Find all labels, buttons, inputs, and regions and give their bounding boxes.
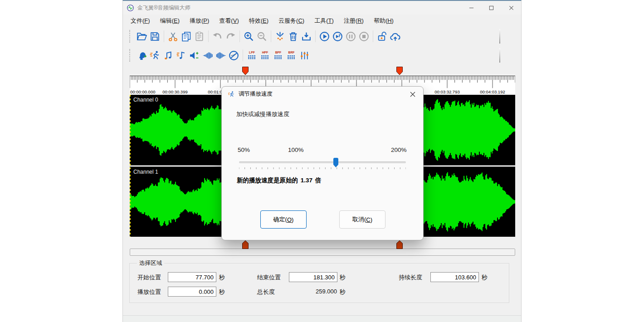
result-value: 1.37 <box>301 177 312 184</box>
toolbar-effects: LPFHPFBPFBRF <box>123 46 521 64</box>
horizontal-scrollbar[interactable] <box>130 249 515 256</box>
brf-button[interactable]: BRF <box>285 49 298 62</box>
menu-item-6[interactable]: 工具(T) <box>309 15 339 27</box>
ok-button[interactable]: 确定(O) <box>260 210 307 229</box>
play-button[interactable] <box>318 29 331 43</box>
ruler-time-label: 00:00:30.399 <box>162 89 187 94</box>
play-position-input[interactable] <box>168 287 216 297</box>
denoise-icon <box>228 50 239 61</box>
cut-button[interactable] <box>166 29 180 43</box>
channel-1-label: Channel 1 <box>133 169 158 175</box>
slider-min-label: 50% <box>238 146 250 153</box>
window-title: 金飞翼®音频编辑大师 <box>137 4 461 12</box>
toolbar-separator <box>271 30 271 42</box>
zoom-in-icon <box>243 31 254 42</box>
lpf-icon: LPF <box>246 50 258 61</box>
menu-item-1[interactable]: 编辑(E) <box>155 15 185 27</box>
end-position-unit: 秒 <box>340 273 346 282</box>
cut-icon <box>167 31 179 42</box>
selection-start-marker-top[interactable] <box>242 67 249 75</box>
app-window: 金飞翼®音频编辑大师 文件(F)编辑(E)播放(P)查看(V)特效(E)云服务(… <box>122 0 522 322</box>
zoom-in-button[interactable] <box>242 29 255 43</box>
menu-item-3[interactable]: 查看(V) <box>214 15 244 27</box>
import-button[interactable] <box>300 29 313 43</box>
minimize-button[interactable] <box>461 1 481 14</box>
folder-open-button[interactable] <box>135 29 148 43</box>
pitch-shift-icon <box>176 50 187 61</box>
selection-end-marker-top[interactable] <box>396 67 403 75</box>
result-suffix: 倍 <box>315 177 322 184</box>
cancel-button[interactable]: 取消(C) <box>339 210 385 229</box>
copy-button[interactable] <box>180 29 193 43</box>
playhead-cursor[interactable] <box>130 95 131 237</box>
menu-item-2[interactable]: 播放(P) <box>185 15 214 27</box>
unlock-button[interactable] <box>376 29 389 43</box>
total-length-unit: 秒 <box>340 288 346 296</box>
toolbar-separator <box>239 30 240 42</box>
speed-slider-track[interactable] <box>239 161 406 163</box>
equalizer-icon <box>299 50 310 61</box>
folder-open-icon <box>136 31 147 42</box>
dialog-titlebar[interactable]: 调节播放速度 <box>222 87 423 102</box>
menu-item-7[interactable]: 注册(R) <box>339 15 369 27</box>
speed-button[interactable] <box>148 49 161 62</box>
fade-in-button[interactable] <box>201 49 214 62</box>
dialog-title: 调节播放速度 <box>239 90 406 98</box>
play-marker-button[interactable] <box>331 29 344 43</box>
total-length-value: 259.000 <box>289 288 337 295</box>
bpf-button[interactable]: BPF <box>272 49 285 62</box>
pause-icon <box>345 31 356 42</box>
toolbar-gripper[interactable] <box>129 30 132 43</box>
end-position-input[interactable] <box>289 272 337 282</box>
result-prefix: 新的播放速度是原始的 <box>237 177 298 184</box>
selection-panel-title: 选择区域 <box>137 259 164 267</box>
save-button[interactable] <box>148 29 161 43</box>
play-position-unit: 秒 <box>219 288 225 296</box>
hpf-button[interactable]: HPF <box>259 49 272 62</box>
ruler-time-label: 00:00:00.000 <box>130 89 155 94</box>
fade-out-icon <box>215 50 226 61</box>
menu-item-8[interactable]: 帮助(H) <box>369 15 399 27</box>
cloud-upload-button[interactable] <box>389 29 402 43</box>
pitch-button[interactable] <box>161 49 175 62</box>
slider-center-label: 100% <box>288 146 304 153</box>
cloud-upload-icon <box>390 31 401 42</box>
volume-button[interactable] <box>188 49 201 62</box>
duration-input[interactable] <box>430 272 479 282</box>
speed-slider-thumb[interactable] <box>333 158 338 167</box>
start-position-input[interactable] <box>168 272 216 282</box>
titlebar[interactable]: 金飞翼®音频编辑大师 <box>123 1 521 15</box>
stop-button <box>357 29 371 43</box>
zoom-out-icon <box>256 31 268 42</box>
maximize-button[interactable] <box>481 1 501 14</box>
undo-button <box>211 29 224 43</box>
fade-out-button[interactable] <box>214 49 227 62</box>
play-position-label: 播放位置 <box>137 288 161 296</box>
trash-icon <box>288 31 299 42</box>
play-marker-icon <box>332 31 343 42</box>
pitch-shift-button[interactable] <box>175 49 188 62</box>
denoise-button[interactable] <box>227 49 240 62</box>
menu-item-4[interactable]: 特效(E) <box>244 15 273 27</box>
selection-start-marker-bottom[interactable] <box>242 240 249 249</box>
menu-item-5[interactable]: 云服务(C) <box>273 15 309 27</box>
dialog-close-button[interactable] <box>406 88 420 100</box>
speed-result-text: 新的播放速度是原始的 1.37 倍 <box>236 176 322 185</box>
toolbar-separator <box>373 30 373 42</box>
mix-button[interactable] <box>273 29 287 43</box>
voice-button[interactable] <box>135 49 148 62</box>
lpf-button[interactable]: LPF <box>245 49 259 62</box>
toolbar-main <box>123 27 521 45</box>
ruler-time-label: 00:03:32.793 <box>434 89 459 94</box>
pitch-icon <box>162 50 174 61</box>
start-position-label: 开始位置 <box>137 273 161 282</box>
toolbar-gripper[interactable] <box>129 49 132 62</box>
close-button[interactable] <box>501 1 521 14</box>
menubar: 文件(F)编辑(E)播放(P)查看(V)特效(E)云服务(C)工具(T)注册(R… <box>123 15 521 27</box>
paste-button <box>193 29 206 43</box>
runner-icon <box>228 91 235 98</box>
equalizer-button[interactable] <box>298 49 311 62</box>
menu-item-0[interactable]: 文件(F) <box>126 15 155 27</box>
selection-end-marker-bottom[interactable] <box>396 240 403 249</box>
trash-button[interactable] <box>287 29 300 43</box>
